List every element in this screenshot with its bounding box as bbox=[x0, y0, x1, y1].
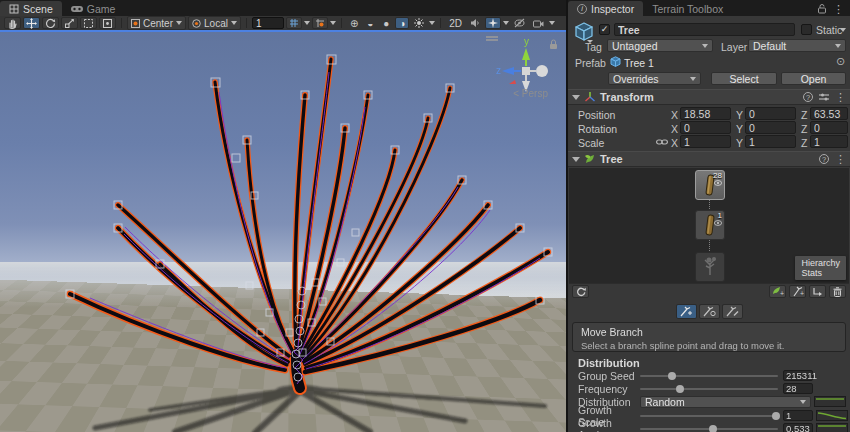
camera-settings-button[interactable] bbox=[530, 17, 547, 29]
skybox-toggle-button[interactable]: ◑ bbox=[395, 17, 409, 29]
foldout-icon[interactable] bbox=[572, 157, 580, 162]
snap-dropdown-caret[interactable] bbox=[330, 21, 336, 25]
move-tool-button[interactable] bbox=[23, 17, 40, 29]
tree-hierarchy-canvas[interactable]: 28 1 Hierarchy Stats bbox=[569, 168, 849, 284]
static-checkbox[interactable] bbox=[801, 24, 812, 35]
growth-scale-curve-preview[interactable] bbox=[816, 410, 848, 421]
open-button[interactable]: Open bbox=[781, 72, 846, 85]
scale-tool-button[interactable] bbox=[61, 17, 78, 29]
tree-node-branch-group[interactable]: 1 bbox=[695, 210, 725, 240]
frequency-value[interactable]: 28 bbox=[783, 383, 813, 394]
move-branch-tool-button[interactable] bbox=[676, 304, 697, 319]
scale-link-icon[interactable] bbox=[656, 138, 668, 146]
select-button[interactable]: Select bbox=[711, 72, 777, 85]
tree-component-header[interactable]: Tree ? ⋮ bbox=[568, 151, 850, 167]
2d-toggle-button[interactable]: 2D bbox=[446, 17, 465, 29]
inspector-menu-icon[interactable]: ⋮ bbox=[833, 4, 844, 14]
gizmo-neg-z-sphere[interactable] bbox=[536, 65, 548, 77]
tab-terrain-toolbox[interactable]: Terrain Toolbox bbox=[643, 1, 732, 16]
grid-visibility-button[interactable] bbox=[286, 17, 302, 29]
gizmos-hidden-button[interactable] bbox=[511, 17, 528, 29]
tree-node-branch-group-selected[interactable]: 28 bbox=[695, 170, 725, 200]
overrides-dropdown[interactable]: Overrides bbox=[608, 72, 701, 85]
frequency-slider[interactable] bbox=[640, 388, 778, 390]
group-seed-value[interactable]: 215311 bbox=[783, 370, 813, 381]
fx-dropdown-caret[interactable] bbox=[429, 21, 435, 25]
fx-light-button[interactable] bbox=[411, 17, 427, 29]
refresh-button[interactable] bbox=[572, 285, 589, 298]
duplicate-node-button[interactable] bbox=[809, 285, 826, 298]
transform-tool-button[interactable] bbox=[99, 17, 116, 29]
draw-mode-button[interactable]: ⊕ bbox=[347, 17, 361, 29]
delete-node-button[interactable] bbox=[829, 285, 846, 298]
grid-dropdown-caret[interactable] bbox=[304, 21, 310, 25]
component-menu-icon[interactable]: ⋮ bbox=[835, 154, 846, 164]
lighting-toggle-button[interactable]: ◒ bbox=[363, 17, 377, 29]
gameobject-name-field[interactable] bbox=[614, 23, 795, 36]
growth-angle-value[interactable]: 0.533 bbox=[783, 423, 813, 432]
tree-component-title: Tree bbox=[600, 153, 623, 165]
help-icon[interactable]: ? bbox=[803, 92, 813, 102]
add-leaf-group-button[interactable]: + bbox=[769, 285, 786, 298]
transform-header[interactable]: Transform ? ⋮ bbox=[568, 89, 850, 105]
rect-tool-button[interactable] bbox=[80, 17, 97, 29]
gizmo-menu-icon[interactable] bbox=[486, 37, 498, 40]
toolbar-separator bbox=[246, 18, 247, 28]
tree-node-root[interactable] bbox=[695, 252, 725, 282]
rotate-branch-tool-button[interactable] bbox=[699, 304, 720, 319]
add-branch-group-button[interactable]: + bbox=[789, 285, 806, 298]
rotation-y-field[interactable] bbox=[745, 121, 796, 134]
prefab-options-icon[interactable]: ⊙ bbox=[836, 55, 845, 68]
presets-icon[interactable] bbox=[819, 92, 829, 102]
distribution-curve-preview[interactable] bbox=[814, 396, 846, 407]
tag-dropdown[interactable]: Untagged bbox=[607, 39, 713, 52]
rotation-z-field[interactable] bbox=[810, 121, 848, 134]
pivot-mode-dropdown[interactable]: Center bbox=[127, 16, 186, 30]
scene-viewport[interactable]: y z < Persp bbox=[0, 32, 566, 432]
audio-toggle-button[interactable] bbox=[467, 17, 483, 29]
grid-size-input[interactable] bbox=[252, 17, 284, 29]
snap-settings-button[interactable] bbox=[312, 17, 328, 29]
tab-scene[interactable]: Scene bbox=[0, 1, 62, 16]
growth-angle-curve-preview[interactable] bbox=[816, 423, 848, 432]
effects-dropdown-caret[interactable] bbox=[503, 21, 509, 25]
scale-z-field[interactable] bbox=[810, 135, 848, 148]
static-dropdown-caret[interactable] bbox=[840, 28, 846, 32]
view-hand-tool-button[interactable] bbox=[4, 17, 21, 29]
distribution-dropdown[interactable]: Random bbox=[640, 396, 811, 408]
component-menu-icon[interactable]: ⋮ bbox=[835, 92, 846, 102]
growth-angle-slider[interactable] bbox=[640, 428, 778, 430]
eye-icon[interactable] bbox=[714, 180, 722, 186]
gizmo-x-axis-cone[interactable] bbox=[509, 80, 516, 84]
prefab-name[interactable]: Tree 1 bbox=[624, 57, 654, 69]
growth-scale-slider[interactable] bbox=[640, 415, 778, 417]
help-icon[interactable]: ? bbox=[819, 154, 829, 164]
projection-mode-label[interactable]: < Persp bbox=[513, 88, 548, 99]
lock-icon[interactable] bbox=[817, 3, 827, 14]
rotation-x-field[interactable] bbox=[680, 121, 731, 134]
gizmo-center-cube[interactable] bbox=[522, 67, 530, 75]
gameobject-cube-icon[interactable] bbox=[573, 21, 595, 43]
freehand-branch-tool-button[interactable] bbox=[722, 304, 743, 319]
gizmo-z-axis-cone[interactable] bbox=[502, 67, 514, 75]
shaded-sphere-button[interactable]: ● bbox=[379, 17, 393, 29]
group-seed-slider[interactable] bbox=[640, 375, 778, 377]
scale-y-field[interactable] bbox=[745, 135, 796, 148]
gizmo-y-axis-cone[interactable] bbox=[522, 48, 530, 60]
position-x-field[interactable] bbox=[680, 107, 731, 120]
eye-icon[interactable] bbox=[714, 220, 722, 226]
position-z-field[interactable] bbox=[810, 107, 848, 120]
foldout-icon[interactable] bbox=[572, 95, 580, 100]
active-checkbox[interactable]: ✓ bbox=[599, 24, 610, 35]
gizmo-lock-icon[interactable] bbox=[550, 40, 557, 49]
tab-game[interactable]: Game bbox=[62, 1, 125, 16]
scale-x-field[interactable] bbox=[680, 135, 731, 148]
camera-dropdown-caret[interactable] bbox=[549, 21, 555, 25]
layer-dropdown[interactable]: Default bbox=[748, 39, 846, 52]
pivot-rotation-dropdown[interactable]: Local bbox=[188, 16, 241, 30]
growth-scale-value[interactable]: 1 bbox=[783, 410, 813, 421]
rotate-tool-button[interactable] bbox=[42, 17, 59, 29]
tab-inspector[interactable]: i Inspector bbox=[568, 1, 643, 16]
position-y-field[interactable] bbox=[745, 107, 796, 120]
effects-toggle-button[interactable] bbox=[485, 17, 501, 29]
